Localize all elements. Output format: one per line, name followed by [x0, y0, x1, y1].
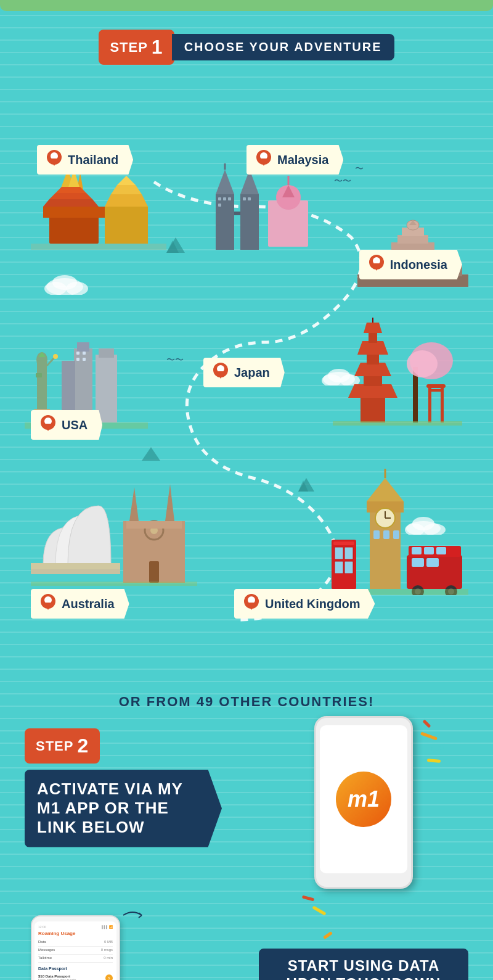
confetti-8: [323, 931, 333, 939]
svg-rect-127: [344, 547, 353, 559]
svg-rect-121: [383, 530, 389, 539]
cloud-1: [43, 273, 92, 295]
confetti-7: [302, 895, 315, 901]
usa-banner: USA: [31, 410, 102, 440]
country-label-malaysia[interactable]: Malaysia: [246, 145, 343, 175]
step2-section: STEP 2 ACTIVATE VIA MY M1 APP OR THE LIN…: [18, 728, 475, 847]
phone-passport-title: Data Passport: [38, 966, 113, 971]
svg-line-89: [47, 358, 54, 366]
svg-rect-59: [364, 376, 382, 386]
phone-small-body: 12:00 ▌▌▌ 📶 Roaming Usage Data 0 MB Mess…: [31, 915, 120, 980]
svg-marker-15: [111, 185, 142, 194]
phone-mockup-step2: m1: [314, 716, 425, 889]
svg-rect-83: [83, 352, 86, 355]
svg-rect-128: [335, 561, 343, 574]
thailand-name: Thailand: [68, 153, 118, 167]
svg-rect-82: [76, 352, 79, 355]
bird-decoration-3: 〜〜: [166, 355, 184, 366]
adventure-map: Thailand: [18, 83, 475, 681]
step3-phone: 12:00 ▌▌▌ 📶 Roaming Usage Data 0 MB Mess…: [31, 915, 120, 980]
svg-rect-122: [393, 530, 399, 539]
svg-rect-72: [428, 389, 444, 392]
svg-marker-60: [354, 363, 391, 376]
malaysia-landmark: [197, 163, 314, 253]
pin-icon-indonesia: [368, 253, 385, 276]
svg-rect-71: [426, 384, 446, 388]
bird-decoration-1: 〜〜: [334, 176, 351, 187]
svg-rect-57: [361, 398, 385, 422]
svg-marker-62: [357, 341, 388, 355]
step2-badge: STEP 2: [25, 728, 100, 764]
phone-screen-talktime-row: Talktime 0 min: [38, 955, 113, 963]
svg-rect-120: [373, 530, 380, 539]
svg-rect-125: [333, 541, 354, 545]
thailand-banner: Thailand: [37, 145, 133, 175]
svg-marker-16: [117, 176, 136, 185]
svg-rect-73: [333, 421, 462, 426]
uk-landmark: [314, 459, 468, 595]
svg-rect-135: [436, 547, 446, 554]
svg-rect-108: [149, 561, 159, 583]
pin-icon-usa: [39, 414, 57, 436]
country-label-indonesia[interactable]: Indonesia: [359, 250, 462, 279]
m1-logo-text: m1: [348, 786, 380, 812]
m1-logo: m1: [336, 772, 391, 827]
svg-point-68: [407, 350, 438, 377]
pin-icon-uk: [243, 593, 260, 615]
phone-talktime-value: 0 min: [104, 956, 113, 961]
svg-point-151: [52, 275, 77, 290]
step1-num: 1: [152, 36, 163, 59]
svg-rect-129: [344, 561, 353, 574]
triangle-deco-2: [142, 447, 160, 463]
country-label-uk[interactable]: United Kingdom: [234, 589, 375, 619]
svg-marker-104: [129, 487, 139, 521]
phone-small-screen: 12:00 ▌▌▌ 📶 Roaming Usage Data 0 MB Mess…: [35, 921, 116, 980]
step3-right-content: START USING DATA UPON TOUCHDOWN STEP 3: [259, 949, 468, 980]
country-label-australia[interactable]: Australia: [31, 589, 129, 619]
step2-label: STEP: [36, 738, 73, 754]
step1-label: STEP: [110, 39, 147, 56]
or-from-text: OR FROM 49 OTHER COUNTRIES!: [18, 694, 475, 710]
svg-rect-134: [424, 547, 434, 554]
svg-rect-84: [76, 358, 79, 361]
step1-badge: STEP 1: [99, 30, 174, 65]
country-label-japan[interactable]: Japan: [203, 358, 285, 387]
svg-marker-145: [142, 447, 160, 461]
country-label-usa[interactable]: USA: [31, 410, 102, 440]
uk-banner: United Kingdom: [234, 589, 375, 619]
svg-rect-133: [412, 547, 422, 554]
pin-icon-malaysia: [255, 149, 272, 171]
triangle-deco-3: [298, 478, 314, 494]
svg-rect-80: [99, 348, 114, 358]
confetti-5: [312, 905, 326, 915]
step1-header: STEP 1 CHOOSE YOUR ADVENTURE: [62, 30, 431, 65]
phone-screen-roaming-title: Roaming Usage: [38, 931, 113, 936]
svg-rect-46: [397, 235, 428, 244]
svg-rect-126: [335, 547, 343, 559]
svg-marker-11: [49, 193, 92, 199]
svg-marker-64: [364, 323, 382, 333]
svg-rect-31: [218, 204, 221, 207]
triangle-deco-1: [166, 237, 185, 255]
svg-rect-4: [43, 207, 105, 218]
phone-screen-messages-row: Messages 0 msgs: [38, 947, 113, 955]
svg-rect-137: [426, 558, 439, 567]
malaysia-name: Malaysia: [277, 153, 328, 167]
japan-name: Japan: [234, 366, 270, 380]
svg-rect-13: [105, 207, 148, 244]
indonesia-name: Indonesia: [390, 258, 447, 272]
country-label-thailand[interactable]: Thailand: [37, 145, 133, 175]
japan-banner: Japan: [203, 358, 285, 387]
phone-data-label: Data: [38, 940, 46, 944]
australia-landmark: [31, 472, 197, 586]
svg-marker-105: [165, 484, 174, 521]
svg-rect-29: [223, 197, 226, 200]
australia-banner: Australia: [31, 589, 129, 619]
svg-rect-102: [31, 569, 120, 574]
passport-price-1: $: [105, 974, 113, 980]
confetti-6: [328, 920, 340, 926]
svg-rect-109: [126, 521, 182, 529]
australia-name: Australia: [62, 597, 115, 611]
svg-marker-14: [105, 194, 148, 207]
step2-title: ACTIVATE VIA MY M1 APP OR THE LINK BELOW: [25, 770, 222, 847]
